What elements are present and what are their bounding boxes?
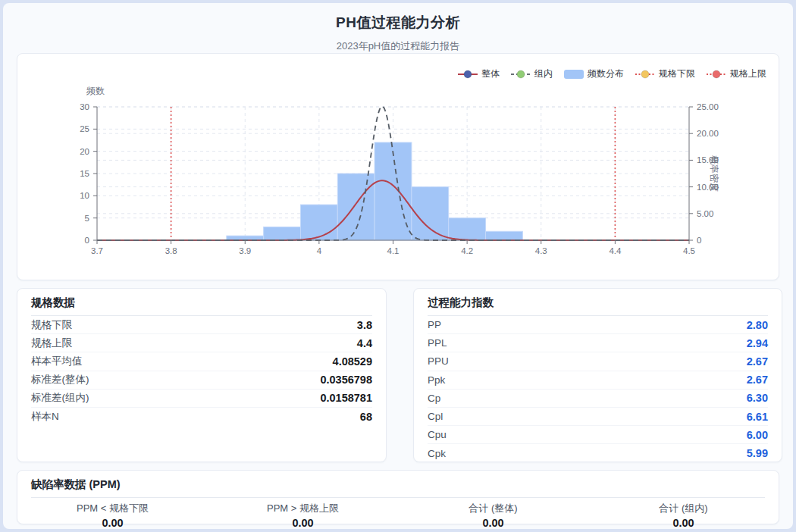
axis-tick-label: 20.00 (697, 129, 719, 138)
row-value: 0.0356798 (320, 374, 372, 386)
axis-tick-label: 0 (85, 236, 89, 245)
row-value: 6.30 (747, 392, 768, 404)
usl-series-icon (707, 69, 726, 80)
row-value: 2.80 (747, 319, 768, 331)
row-label: Cp (428, 393, 440, 404)
row-value: 3.8 (357, 319, 372, 331)
table-row: PP 2.80 (428, 316, 768, 334)
axis-tick-label: 5.00 (697, 209, 713, 218)
page-subtitle: 2023年pH值的过程能力报告 (3, 39, 793, 53)
histogram-bar (337, 174, 374, 240)
row-value: 2.67 (747, 374, 768, 386)
table-row: Ppk 2.67 (428, 371, 768, 390)
table-row: 标准差(组内) 0.0158781 (31, 390, 372, 408)
table-row: PPL 2.94 (428, 334, 768, 352)
row-label: 样本N (31, 410, 59, 424)
row-value: 5.99 (747, 447, 768, 459)
axis-tick-label: 15 (80, 169, 89, 178)
row-value: 2.67 (747, 355, 768, 368)
axis-tick-label: 4 (317, 246, 322, 255)
ppm-label: PPM > 规格上限 (208, 502, 398, 515)
ppm-col-below-lsl: PPM < 规格下限 0.00 (17, 502, 208, 529)
spec-data-panel: 规格数据 规格下限 3.8 规格上限 4.4 样本平均值 4.08529 标准差… (17, 288, 387, 462)
histogram-bar (374, 142, 412, 240)
axis-tick-label: 4.2 (461, 246, 473, 255)
ppm-label: PPM < 规格下限 (17, 502, 208, 515)
legend-label: 规格上限 (730, 67, 766, 80)
row-label: Cpl (428, 411, 443, 422)
ppm-value: 0.00 (208, 517, 398, 529)
axis-tick-label: 30 (80, 102, 89, 111)
axis-tick-label: 4.1 (387, 246, 400, 255)
axis-tick-label: 3.9 (239, 246, 251, 255)
axis-tick-label: 0 (697, 236, 701, 245)
histogram-bar (486, 231, 523, 240)
legend-item-lsl[interactable]: 规格下限 (635, 67, 695, 80)
row-label: PPU (428, 355, 449, 367)
overall-series-icon (458, 69, 478, 80)
axis-tick-label: 3.7 (91, 246, 103, 255)
report-header: PH值过程能力分析 2023年pH值的过程能力报告 (3, 3, 793, 53)
ppm-value: 0.00 (398, 517, 588, 529)
row-label: 标准差(组内) (31, 391, 89, 405)
table-row: 样本平均值 4.08529 (31, 352, 372, 371)
row-label: PPL (428, 337, 447, 349)
table-row: 规格上限 4.4 (31, 334, 372, 352)
panel-title: 规格数据 (31, 289, 372, 316)
table-row: 规格下限 3.8 (31, 316, 372, 334)
capability-index-panel: 过程能力指数 PP 2.80 PPL 2.94 PPU 2.67 Ppk 2.6… (413, 288, 782, 462)
legend-label: 频数分布 (588, 67, 624, 80)
chart-legend: 整体 组内 频数分布 规格下限 规格上限 (458, 67, 766, 80)
row-value: 6.61 (747, 411, 768, 423)
axis-tick-label: 20 (80, 147, 89, 156)
histogram-bar (264, 227, 301, 240)
legend-item-frequency[interactable]: 频数分布 (564, 67, 624, 80)
ppm-label: 合计 (整体) (398, 502, 588, 515)
table-row: 样本N 68 (31, 408, 372, 426)
legend-item-within[interactable]: 组内 (511, 67, 553, 80)
axis-tick-label: 25.00 (697, 102, 719, 111)
row-label: PP (428, 319, 441, 330)
row-value: 0.0158781 (320, 392, 372, 404)
axis-tick-label: 25 (80, 124, 89, 133)
legend-label: 组内 (534, 67, 553, 80)
table-row: Cp 6.30 (428, 390, 768, 408)
row-label: Ppk (428, 374, 445, 386)
capability-chart-card: 整体 组内 频数分布 规格下限 规格上限 05101520253005.0010… (17, 53, 779, 280)
row-label: 标准差(整体) (31, 373, 89, 386)
ppm-col-above-usl: PPM > 规格上限 0.00 (208, 502, 398, 529)
ppm-col-total-within: 合计 (组内) 0.00 (588, 502, 779, 529)
panel-title: 缺陷率数据 (PPM) (31, 471, 765, 498)
row-label: 规格上限 (31, 336, 72, 350)
page-title: PH值过程能力分析 (3, 13, 793, 33)
table-row: Cpu 6.00 (428, 426, 768, 444)
ppm-label: 合计 (组内) (588, 502, 779, 515)
panel-title: 过程能力指数 (428, 289, 768, 316)
row-value: 4.08529 (333, 355, 372, 368)
legend-label: 规格下限 (659, 67, 695, 80)
table-row: 标准差(整体) 0.0356798 (31, 371, 372, 390)
row-label: Cpu (428, 429, 447, 440)
table-row: PPU 2.67 (428, 352, 768, 371)
table-row: Cpl 6.61 (428, 408, 768, 426)
axis-tick-label: 10 (80, 191, 89, 200)
ppm-value: 0.00 (17, 517, 208, 529)
axis-tick-label: 3.8 (165, 246, 177, 255)
y-right-axis-title: 概率密度 (709, 155, 719, 192)
row-label: Cpk (428, 448, 446, 459)
within-series-icon (511, 69, 531, 80)
histogram-series-icon (564, 69, 584, 80)
legend-item-overall[interactable]: 整体 (458, 67, 500, 80)
histogram-bar (412, 187, 449, 240)
axis-tick-label: 4.3 (535, 246, 547, 255)
ppm-panel: 缺陷率数据 (PPM) PPM < 规格下限 0.00 PPM > 规格上限 0… (17, 470, 779, 524)
row-value: 4.4 (357, 337, 372, 349)
axis-tick-label: 5 (85, 214, 89, 223)
capability-chart[interactable]: 05101520253005.0010.0015.0020.0025.003.7… (17, 54, 780, 281)
axis-tick-label: 4.5 (683, 246, 695, 255)
report-page: PH值过程能力分析 2023年pH值的过程能力报告 整体 组内 频数分布 规格下… (3, 3, 793, 529)
legend-item-usl[interactable]: 规格上限 (707, 67, 766, 80)
histogram-bar (300, 205, 337, 240)
row-label: 样本平均值 (31, 355, 83, 368)
y-left-axis-title: 频数 (86, 86, 105, 96)
